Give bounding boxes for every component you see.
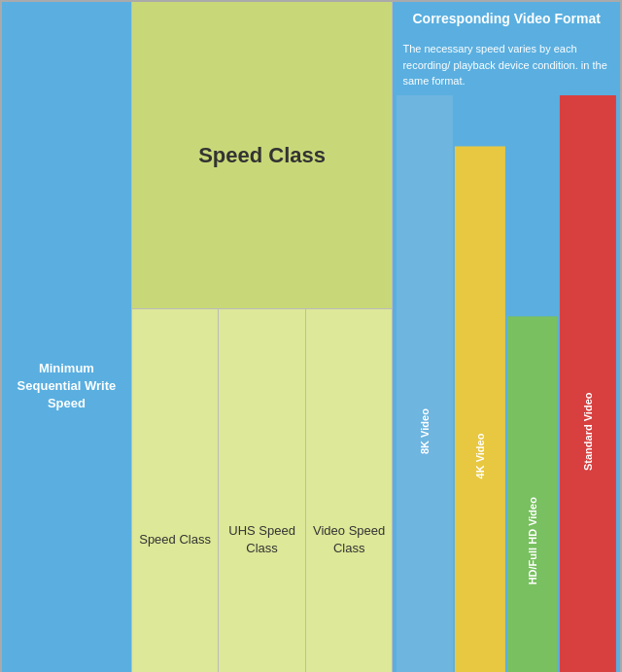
hd-video-bar: HD/Full HD Video	[507, 316, 558, 672]
video-bars: 8K Video 4K Video	[393, 95, 620, 673]
video-speed-col-header: Video Speed Class	[305, 309, 393, 672]
speed-class-table: Minimum Sequential Write Speed Speed Cla…	[0, 0, 622, 672]
corresponding-detail: The necessary speed varies by each recor…	[393, 35, 620, 95]
speed-class-col-header: Speed Class	[131, 309, 219, 672]
speed-class-header: Speed Class	[131, 1, 393, 309]
video-format-area: Corresponding Video Format The necessary…	[393, 1, 621, 672]
min-write-header: Minimum Sequential Write Speed	[1, 1, 131, 672]
4k-video-bar: 4K Video	[455, 146, 505, 672]
hd-video-container: HD/Full HD Video	[507, 95, 558, 673]
corresponding-video-header: Corresponding Video Format	[393, 2, 620, 35]
8k-video-bar: 8K Video	[397, 95, 453, 673]
4k-video-container: 4K Video	[455, 95, 505, 673]
standard-video-bar: Standard Video	[560, 95, 616, 673]
uhs-speed-col-header: UHS Speed Class	[219, 309, 306, 672]
